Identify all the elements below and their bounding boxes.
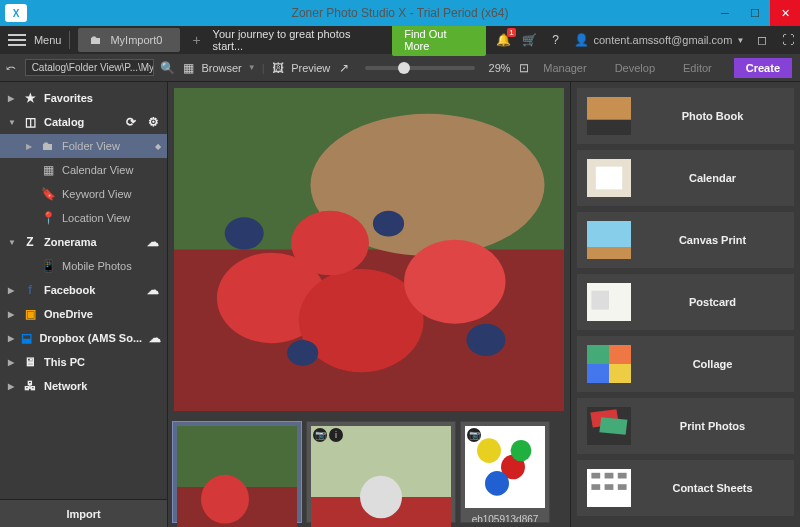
photo-book-card[interactable]: Photo Book [577, 88, 794, 144]
svg-rect-40 [618, 473, 627, 479]
cloud-icon: ☁ [145, 282, 161, 298]
add-tab-button[interactable]: + [184, 32, 208, 48]
tag-icon: 🔖 [40, 186, 56, 202]
thumbnail[interactable]: 📷i ★★★★★ bestseller_cover.jpeg [306, 421, 456, 523]
postcard-thumb [587, 283, 631, 321]
onedrive-label: OneDrive [44, 308, 93, 320]
svg-point-21 [511, 440, 532, 461]
print-photos-card[interactable]: Print Photos [577, 398, 794, 454]
svg-rect-39 [605, 473, 614, 479]
close-button[interactable]: ✕ [770, 0, 800, 26]
svg-point-9 [467, 324, 506, 356]
svg-rect-36 [599, 417, 627, 435]
catalog-node[interactable]: ▼◫Catalog⟳⚙ [0, 110, 167, 134]
location-view-label: Location View [62, 212, 130, 224]
fit-icon[interactable]: ⊡ [517, 60, 532, 76]
postcard-label: Postcard [641, 296, 784, 308]
svg-rect-29 [591, 291, 609, 310]
maximize-button[interactable]: ☐ [740, 0, 770, 26]
mobile-photos-node[interactable]: 📱Mobile Photos [0, 254, 167, 278]
keyword-view-node[interactable]: 🔖Keyword View [0, 182, 167, 206]
calendar-thumb [587, 159, 631, 197]
location-view-node[interactable]: 📍Location View [0, 206, 167, 230]
user-account[interactable]: 👤 content.amssoft@gmail.com ▼ [573, 32, 744, 48]
window-mode-icon[interactable]: ◻ [754, 32, 770, 48]
facebook-label: Facebook [44, 284, 95, 296]
menu-icon[interactable] [8, 34, 26, 46]
search-icon[interactable]: 🔍 [160, 60, 175, 76]
svg-rect-30 [587, 345, 609, 364]
calendar-card[interactable]: Calendar [577, 150, 794, 206]
title-bar: X Zoner Photo Studio X - Trial Period (x… [0, 0, 800, 26]
menu-label[interactable]: Menu [34, 34, 62, 46]
develop-tab[interactable]: Develop [609, 58, 661, 78]
contact-sheets-card[interactable]: Contact Sheets [577, 460, 794, 516]
svg-point-8 [373, 211, 404, 237]
photo-book-thumb [587, 97, 631, 135]
info-icon: i [329, 428, 343, 442]
svg-rect-31 [609, 345, 631, 364]
refresh-icon[interactable]: ⟳ [123, 114, 139, 130]
back-icon[interactable]: ⤺ [4, 60, 19, 76]
external-icon[interactable]: ↗ [336, 60, 351, 76]
tab-myimport[interactable]: 🖿 MyImport0 [78, 28, 180, 52]
svg-rect-43 [618, 484, 627, 490]
editor-tab[interactable]: Editor [677, 58, 718, 78]
preview-image[interactable] [174, 88, 564, 411]
cloud-icon: ☁ [148, 330, 161, 346]
cloud-icon: ☁ [145, 234, 161, 250]
find-out-more-button[interactable]: Find Out More [392, 24, 486, 56]
svg-point-5 [404, 240, 505, 324]
collage-thumb [587, 345, 631, 383]
this-pc-label: This PC [44, 356, 85, 368]
menu-bar: Menu 🖿 MyImport0 + Your journey to great… [0, 26, 800, 54]
path-input[interactable]: Catalog\Folder View\P...\MyImport0 [25, 59, 154, 76]
canvas-print-label: Canvas Print [641, 234, 784, 246]
contact-sheets-thumb [587, 469, 631, 507]
keyword-view-label: Keyword View [62, 188, 132, 200]
gear-icon[interactable]: ⚙ [145, 114, 161, 130]
minimize-button[interactable]: ─ [710, 0, 740, 26]
canvas-print-card[interactable]: Canvas Print [577, 212, 794, 268]
pin-icon: 📍 [40, 210, 56, 226]
zonerama-node[interactable]: ▼ZZonerama☁ [0, 230, 167, 254]
calendar-view-node[interactable]: ▦Calendar View [0, 158, 167, 182]
divider [69, 31, 70, 49]
camera-icon: 📷 [467, 428, 481, 442]
create-panel: Photo BookCalendarCanvas PrintPostcardCo… [570, 82, 800, 527]
svg-rect-26 [587, 221, 631, 248]
postcard-card[interactable]: Postcard [577, 274, 794, 330]
browser-label[interactable]: Browser [201, 62, 241, 74]
notification-icon[interactable]: 🔔1 [496, 32, 512, 48]
manager-tab[interactable]: Manager [537, 58, 592, 78]
cart-icon[interactable]: 🛒 [522, 32, 538, 48]
facebook-node[interactable]: ▶fFacebook☁ [0, 278, 167, 302]
fullscreen-icon[interactable]: ⛶ [780, 32, 796, 48]
svg-rect-38 [591, 473, 600, 479]
favorites-label: Favorites [44, 92, 93, 104]
thumbnail[interactable]: 4875589897.jpg [172, 421, 302, 523]
help-icon[interactable]: ? [548, 32, 564, 48]
svg-rect-33 [609, 364, 631, 383]
mobile-photos-label: Mobile Photos [62, 260, 132, 272]
zoom-slider[interactable] [365, 66, 475, 70]
collage-card[interactable]: Collage [577, 336, 794, 392]
svg-rect-22 [587, 97, 631, 120]
favorites-node[interactable]: ▶★Favorites [0, 86, 167, 110]
folder-view-node[interactable]: ▶🖿Folder View◆ [0, 134, 167, 158]
onedrive-node[interactable]: ▶▣OneDrive [0, 302, 167, 326]
tab-label: MyImport0 [110, 34, 162, 46]
dropbox-node[interactable]: ▶⬓Dropbox (AMS So...☁ [0, 326, 167, 350]
image-icon[interactable]: 🖼 [271, 60, 286, 76]
create-tab[interactable]: Create [734, 58, 792, 78]
this-pc-node[interactable]: ▶🖥This PC [0, 350, 167, 374]
tree: ▶★Favorites ▼◫Catalog⟳⚙ ▶🖿Folder View◆ ▦… [0, 82, 167, 499]
zonerama-label: Zonerama [44, 236, 97, 248]
thumbnail[interactable]: 📷 eb105913d867 [460, 421, 550, 523]
contact-sheets-label: Contact Sheets [641, 482, 784, 494]
network-icon: 🖧 [22, 378, 38, 394]
preview-label[interactable]: Preview [291, 62, 330, 74]
network-node[interactable]: ▶🖧Network [0, 374, 167, 398]
grid-icon[interactable]: ▦ [181, 60, 196, 76]
import-button[interactable]: Import [0, 499, 167, 527]
